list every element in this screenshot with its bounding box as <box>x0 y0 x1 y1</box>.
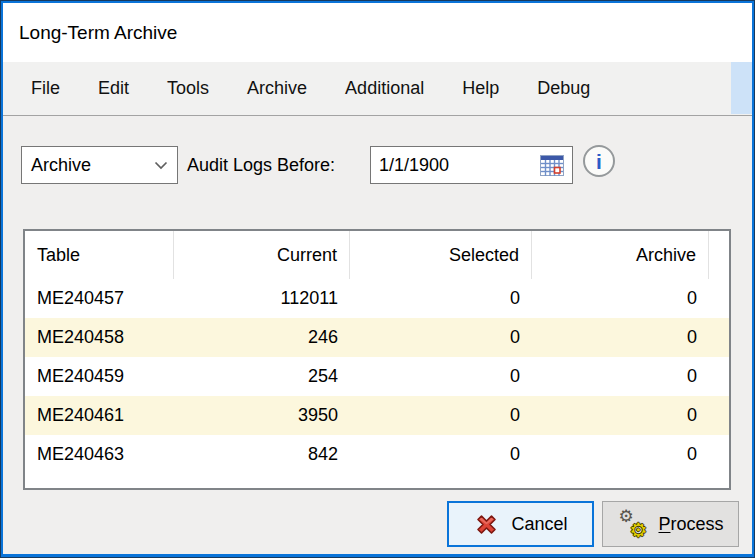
archive-mode-value: Archive <box>31 155 154 176</box>
cell-archive: 0 <box>532 288 709 309</box>
cell-archive: 0 <box>532 405 709 426</box>
window-titlebar[interactable]: Long-Term Archive <box>3 3 752 62</box>
menu-item-debug[interactable]: Debug <box>518 72 609 105</box>
menu-bar: File Edit Tools Archive Additional Help … <box>3 62 752 116</box>
window-client-area: Long-Term Archive File Edit Tools Archiv… <box>3 3 752 554</box>
cell-current: 112011 <box>174 288 350 309</box>
menu-item-edit[interactable]: Edit <box>79 72 148 105</box>
table-body: ME240457 112011 0 0 ME240458 246 0 0 ME2… <box>25 279 729 474</box>
column-header-table[interactable]: Table <box>25 231 174 279</box>
chevron-down-icon <box>154 161 168 170</box>
table-row[interactable]: ME240459 254 0 0 <box>25 357 729 396</box>
cell-current: 3950 <box>174 405 350 426</box>
table-row[interactable]: ME240457 112011 0 0 <box>25 279 729 318</box>
process-button[interactable]: ⚙ ⚙ Process <box>602 501 739 547</box>
column-header-archive[interactable]: Archive <box>532 231 709 279</box>
audit-date-field <box>370 146 573 184</box>
menu-item-help[interactable]: Help <box>443 72 518 105</box>
column-header-selected[interactable]: Selected <box>350 231 532 279</box>
column-header-filler <box>709 231 729 279</box>
window-title: Long-Term Archive <box>19 22 177 44</box>
calendar-icon[interactable] <box>540 155 564 176</box>
table-row[interactable]: ME240463 842 0 0 <box>25 435 729 474</box>
cell-table: ME240458 <box>25 327 174 348</box>
cell-table: ME240463 <box>25 444 174 465</box>
column-header-current[interactable]: Current <box>174 231 350 279</box>
table-row[interactable]: ME240458 246 0 0 <box>25 318 729 357</box>
cell-selected: 0 <box>350 366 532 387</box>
cell-selected: 0 <box>350 288 532 309</box>
cell-table: ME240459 <box>25 366 174 387</box>
cancel-label: Cancel <box>511 514 567 535</box>
info-glyph: i <box>596 151 602 172</box>
cancel-button[interactable]: Cancel <box>447 501 594 547</box>
cell-selected: 0 <box>350 327 532 348</box>
menu-highlight-block <box>731 62 752 114</box>
table-header-row: Table Current Selected Archive <box>25 231 729 279</box>
audit-logs-before-label: Audit Logs Before: <box>187 146 335 184</box>
archive-mode-dropdown[interactable]: Archive <box>21 146 178 184</box>
table-row[interactable]: ME240461 3950 0 0 <box>25 396 729 435</box>
menu-item-tools[interactable]: Tools <box>148 72 228 105</box>
long-term-archive-window: Long-Term Archive File Edit Tools Archiv… <box>0 0 755 558</box>
archive-table: Table Current Selected Archive ME240457 … <box>23 229 731 490</box>
menu-item-file[interactable]: File <box>12 72 79 105</box>
cell-table: ME240461 <box>25 405 174 426</box>
audit-date-input[interactable] <box>379 155 540 176</box>
cell-current: 254 <box>174 366 350 387</box>
gear-front-glyph: ⚙ <box>630 518 648 542</box>
cell-archive: 0 <box>532 444 709 465</box>
cell-current: 246 <box>174 327 350 348</box>
red-x-icon <box>473 511 500 538</box>
cell-current: 842 <box>174 444 350 465</box>
menu-item-archive[interactable]: Archive <box>228 72 326 105</box>
cell-table: ME240457 <box>25 288 174 309</box>
cell-selected: 0 <box>350 444 532 465</box>
info-icon[interactable]: i <box>583 145 615 177</box>
gears-icon: ⚙ ⚙ <box>617 509 647 539</box>
cell-archive: 0 <box>532 366 709 387</box>
menu-item-additional[interactable]: Additional <box>326 72 443 105</box>
process-label: Process <box>658 514 723 535</box>
cell-archive: 0 <box>532 327 709 348</box>
cell-selected: 0 <box>350 405 532 426</box>
